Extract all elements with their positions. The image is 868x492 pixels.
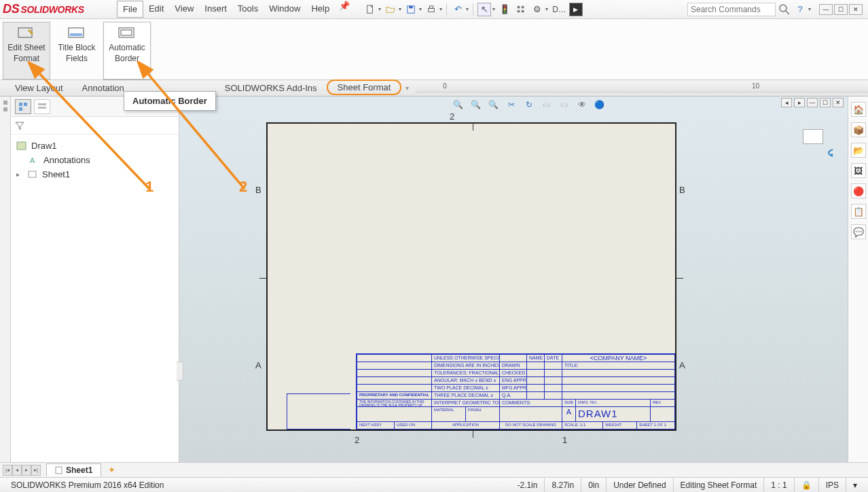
undo-button[interactable]: ↶ [451, 3, 465, 16]
doc-prev-button[interactable]: ◂ [781, 98, 792, 107]
appearances-button[interactable]: 🔴 [851, 183, 866, 198]
design-library-button[interactable]: 📦 [851, 122, 866, 137]
options-dropdown[interactable]: ▾ [545, 6, 548, 12]
tab-nav-next[interactable]: ▸ [22, 465, 31, 476]
drawing-canvas[interactable]: 🔍 🔍 🔍 ✂ ↻ ▭ ▭ 👁 🔵 ◂ ▸ — ☐ ✕ 2 B B A A 2 … [179, 96, 848, 462]
save-button[interactable] [404, 3, 418, 16]
status-coord-y: 8.27in [545, 478, 581, 492]
tab-nav-last[interactable]: ▸| [31, 465, 41, 476]
add-sheet-button[interactable]: ✦ [105, 465, 117, 476]
automatic-border-button[interactable]: Automatic Border [103, 22, 151, 80]
menu-file[interactable]: File [117, 1, 143, 18]
menu-insert[interactable]: Insert [199, 1, 232, 18]
close-button[interactable]: ✕ [849, 4, 863, 15]
rotate-view-icon[interactable]: ↻ [522, 98, 536, 111]
doc-restore-button[interactable]: ☐ [820, 98, 831, 107]
mini-map[interactable] [803, 129, 823, 144]
back-arrow-icon[interactable] [823, 148, 837, 158]
feature-manager-panel: › Draw1 A Annotations ▸ Sheet1 [11, 96, 179, 462]
undo-dropdown[interactable]: ▾ [466, 6, 469, 12]
file-explorer-button[interactable]: 📂 [851, 143, 866, 158]
maximize-button[interactable]: ☐ [834, 4, 848, 15]
menu-view[interactable]: View [169, 1, 199, 18]
tab-sheet-format[interactable]: Sheet Format [327, 80, 402, 95]
custom-props-button[interactable]: 📋 [851, 204, 866, 219]
svg-text:A: A [30, 156, 35, 164]
open-doc-dropdown[interactable]: ▾ [399, 6, 401, 12]
title-block[interactable]: UNLESS OTHERWISE SPECIFIED: NAME DATE <C… [356, 353, 675, 429]
status-scale[interactable]: 1 : 1 [764, 478, 794, 492]
minimize-button[interactable]: — [819, 4, 833, 15]
automatic-border-tooltip: Automatic Border [124, 91, 216, 111]
svg-rect-5 [518, 5, 520, 8]
panel-resize-grip[interactable] [177, 362, 183, 381]
tab-solidworks-addins[interactable]: SOLIDWORKS Add-Ins [215, 81, 327, 95]
status-units[interactable]: IPS [819, 478, 846, 492]
wizard-button[interactable]: ▶ [569, 3, 583, 16]
print-dropdown[interactable]: ▾ [439, 6, 442, 12]
status-lock-icon[interactable]: 🔒 [795, 478, 819, 492]
svg-rect-17 [19, 107, 22, 111]
options-gear-button[interactable]: ⚙ [530, 3, 544, 16]
help-dropdown[interactable]: ▾ [808, 6, 811, 12]
zoom-area-icon[interactable]: 🔍 [469, 98, 483, 111]
display-style-icon[interactable]: ▭ [540, 98, 554, 111]
zone-row-b-right: B [679, 185, 685, 195]
menu-window[interactable]: Window [264, 1, 306, 18]
edit-sheet-format-button[interactable]: Edit Sheet Format [3, 22, 50, 80]
status-coord-x: -2.1in [510, 478, 545, 492]
title-block-fields-button[interactable]: Title Block Fields [53, 22, 101, 80]
callout-1: 1 [145, 178, 153, 196]
tab-view-layout[interactable]: View Layout [5, 81, 73, 95]
status-overflow[interactable]: ▾ [846, 478, 864, 492]
status-constraint: Under Defined [607, 478, 673, 492]
pin-icon[interactable]: 📌 [339, 1, 350, 18]
rebuild-button[interactable]: 🚦 [498, 3, 511, 16]
view-orientation-icon[interactable]: 👁 [575, 98, 589, 111]
filter-icon[interactable] [15, 121, 24, 130]
doc-minimize-button[interactable]: — [807, 98, 818, 107]
tab-overflow-icon[interactable]: ▾ [405, 84, 409, 92]
tree-annotations[interactable]: A Annotations [15, 153, 175, 167]
left-collapse-strip[interactable] [0, 96, 11, 462]
sheet-tab-icon [55, 466, 63, 474]
feature-tree-tab-button[interactable] [15, 99, 31, 114]
save-dropdown[interactable]: ▾ [419, 6, 422, 12]
print-button[interactable] [424, 3, 438, 16]
search-icon[interactable] [778, 3, 791, 16]
zoom-prev-icon[interactable]: 🔍 [487, 98, 501, 111]
forum-button[interactable]: 💬 [851, 224, 866, 239]
property-manager-tab-button[interactable] [34, 99, 50, 114]
tab-nav-first[interactable]: |◂ [3, 465, 12, 476]
hide-show-icon[interactable]: ▭ [558, 98, 571, 111]
section-view-icon[interactable]: ✂ [505, 98, 518, 111]
doc-next-button[interactable]: ▸ [794, 98, 805, 107]
toolbar-overflow-label[interactable]: D… [552, 5, 566, 14]
menu-tools[interactable]: Tools [232, 1, 264, 18]
drawing-sheet[interactable]: UNLESS OTHERWISE SPECIFIED: NAME DATE <C… [266, 122, 676, 431]
open-doc-button[interactable] [384, 3, 397, 16]
help-button[interactable]: ? [793, 3, 807, 16]
tree-root-draw1[interactable]: Draw1 [15, 139, 175, 153]
new-doc-button[interactable] [363, 3, 377, 16]
view-palette-button[interactable]: 🖼 [851, 163, 866, 178]
new-doc-dropdown[interactable]: ▾ [378, 6, 381, 12]
expand-icon[interactable]: ▸ [16, 171, 23, 178]
apply-scene-icon[interactable]: 🔵 [593, 98, 607, 111]
menu-edit[interactable]: Edit [143, 1, 169, 18]
svg-rect-8 [522, 10, 524, 12]
options-grid-button[interactable] [514, 3, 528, 16]
tab-nav-prev[interactable]: ◂ [12, 465, 22, 476]
automatic-border-icon [117, 27, 137, 40]
doc-close-button[interactable]: ✕ [833, 98, 844, 107]
zoom-fit-icon[interactable]: 🔍 [452, 98, 465, 111]
tab-sketch[interactable] [134, 86, 215, 90]
menu-help[interactable]: Help [306, 1, 335, 18]
select-button[interactable]: ↖ [477, 3, 491, 16]
sheet-tab-sheet1[interactable]: Sheet1 [46, 463, 101, 476]
home-task-button[interactable]: 🏠 [851, 102, 866, 117]
svg-rect-16 [19, 103, 22, 106]
search-commands-input[interactable] [687, 3, 776, 16]
automatic-border-label: Automatic Border [107, 43, 147, 64]
select-dropdown[interactable]: ▾ [492, 6, 495, 12]
